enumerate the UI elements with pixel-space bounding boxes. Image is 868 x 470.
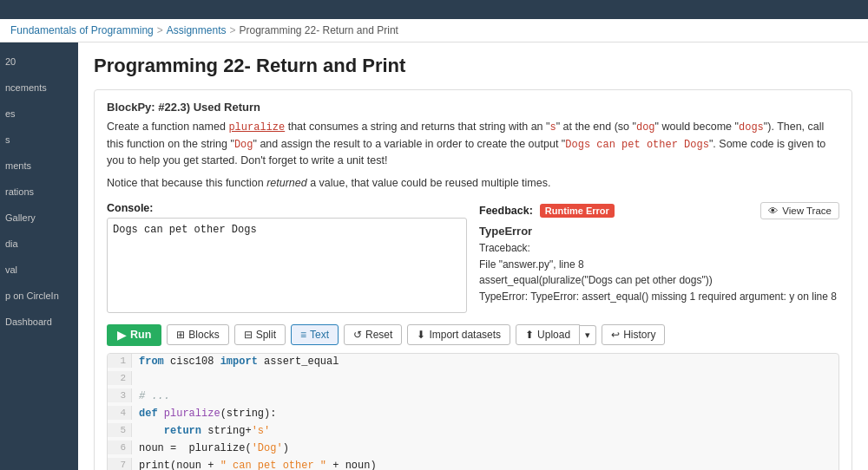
console-label: Console: [107,202,467,214]
layout: 20 ncements es s ments rations Gallery d… [0,42,868,470]
dog-code: dog [636,121,655,134]
sidebar-item-assignments[interactable]: ments [0,153,78,178]
line-num-5: 5 [108,423,132,437]
reset-button[interactable]: ↺ Reset [344,324,402,345]
sidebar-item-20[interactable]: 20 [0,49,78,74]
history-button[interactable]: ↩ History [602,324,665,345]
line-code-3: # ... [132,388,177,404]
desc-3: " at the end (so " [556,121,636,133]
code-line-6: 6 noun = pluralize('Dog') [108,441,838,458]
code-line-5: 5 return string+'s' [108,423,838,441]
sidebar-item-modules[interactable]: es [0,101,78,126]
console-textarea[interactable]: Dogs can pet other Dogs [107,218,467,313]
import-icon: ⬇ [417,329,425,341]
chevron-down-icon: ▾ [585,330,590,340]
line-code-2 [132,371,152,387]
line-num-7: 7 [108,458,132,470]
line-num-2: 2 [108,371,132,385]
feedback-section: Feedback: Runtime Error 👁 View Trace Typ… [479,202,839,316]
sidebar-item-gallery[interactable]: Gallery [0,206,78,230]
desc-4: " would become " [655,121,739,133]
page-title: Programming 22- Return and Print [94,55,852,77]
s-code: s [549,121,556,134]
console-feedback-row: Console: Dogs can pet other Dogs Feedbac… [107,202,839,316]
run-button[interactable]: ▶ Run [107,324,161,346]
eye-icon: 👁 [768,206,779,216]
breadcrumb-link-2[interactable]: Assignments [167,24,227,36]
line-code-5: return string+'s' [132,423,277,439]
traceback-label: Traceback: [479,240,839,257]
line-num-1: 1 [108,354,132,368]
top-bar [0,0,868,19]
code-editor[interactable]: 1 from cisc108 import assert_equal 2 3 #… [107,353,839,470]
split-icon: ⊟ [244,329,253,341]
notice-2: a value, that value could be reused mult… [307,177,551,189]
line-num-4: 4 [108,406,132,420]
sidebar-item-media[interactable]: dia [0,232,78,256]
view-trace-button[interactable]: 👁 View Trace [760,202,839,219]
blocks-button[interactable]: ⊞ Blocks [167,324,228,345]
reset-icon: ↺ [353,329,362,341]
console-section: Console: Dogs can pet other Dogs [107,202,467,316]
assignment-header: BlockPy: #22.3) Used Return [107,101,839,114]
assignment-box: BlockPy: #22.3) Used Return Create a fun… [94,89,852,470]
line-num-6: 6 [108,441,132,454]
upload-group: ⬆ Upload ▾ [516,324,596,345]
blocks-icon: ⊞ [176,329,185,341]
assignment-description: Create a function named pluralize that c… [107,119,839,170]
desc-2: that consumes a string and returns that … [285,121,549,133]
breadcrumb-sep-2: > [229,24,235,36]
import-datasets-button[interactable]: ⬇ Import datasets [407,324,510,345]
history-icon: ↩ [611,329,620,341]
dogs-code: dogs [739,121,764,134]
traceback-file: File "answer.py", line 8 [479,257,839,273]
sidebar-item-operations[interactable]: rations [0,180,78,204]
breadcrumb-sep-1: > [157,24,163,36]
sidebar: 20 ncements es s ments rations Gallery d… [0,42,78,470]
sidebar-item-grades[interactable]: s [0,127,78,152]
split-button[interactable]: ⊟ Split [234,324,286,345]
line-code-7: print(noun + " can pet other " + noun) [132,458,384,470]
upload-button[interactable]: ⬆ Upload [516,324,580,345]
feedback-header: Feedback: Runtime Error 👁 View Trace [479,202,839,219]
notice-text: Notice that because this function return… [107,175,839,192]
code-line-2: 2 [108,371,838,388]
code-line-1: 1 from cisc108 import assert_equal [108,354,838,371]
traceback-error: TypeError: TypeError: assert_equal() mis… [479,289,839,305]
code-line-7: 7 print(noun + " can pet other " + noun) [108,458,838,470]
line-code-4: def pluralize(string): [132,406,283,421]
desc-1: Create a function named [107,121,228,133]
runtime-error-badge: Runtime Error [540,204,615,218]
sidebar-item-dashboard[interactable]: Dashboard [0,310,78,334]
upload-icon: ⬆ [525,329,534,341]
line-code-6: noun = pluralize('Dog') [132,441,296,456]
text-button[interactable]: ≡ Text [291,324,339,345]
breadcrumb-link-1[interactable]: Fundamentals of Programming [10,24,154,36]
main-content: Programming 22- Return and Print BlockPy… [78,42,868,470]
line-num-3: 3 [108,388,132,402]
text-icon: ≡ [300,329,306,341]
notice-1: Notice that because this function [107,177,266,189]
breadcrumb-current: Programming 22- Return and Print [239,24,398,36]
pluralize-code: pluralize [228,121,285,134]
dogs-can-pet: Dogs can pet other Dogs [565,139,709,151]
error-type: TypeError [479,223,839,240]
traceback-assert: assert_equal(pluralize("Dogs can pet oth… [479,272,839,289]
feedback-label: Feedback: [479,205,533,217]
code-line-3: 3 # ... [108,388,838,406]
returned-italic: returned [266,177,307,189]
breadcrumb: Fundamentals of Programming > Assignment… [0,19,868,42]
sidebar-item-circlein[interactable]: p on CircleIn [0,284,78,308]
toolbar: ▶ Run ⊞ Blocks ⊟ Split ≡ Text ↺ Reset [107,324,839,346]
upload-dropdown-button[interactable]: ▾ [580,325,596,345]
desc-6: " and assign the result to a variable in… [253,138,566,150]
feedback-content: TypeError Traceback: File "answer.py", l… [479,223,839,305]
sidebar-item-announcements[interactable]: ncements [0,75,78,100]
sidebar-item-val[interactable]: val [0,258,78,282]
play-icon: ▶ [117,329,126,342]
code-line-4: 4 def pluralize(string): [108,406,838,423]
Dog-code: Dog [234,139,253,151]
line-code-1: from cisc108 import assert_equal [132,354,345,369]
